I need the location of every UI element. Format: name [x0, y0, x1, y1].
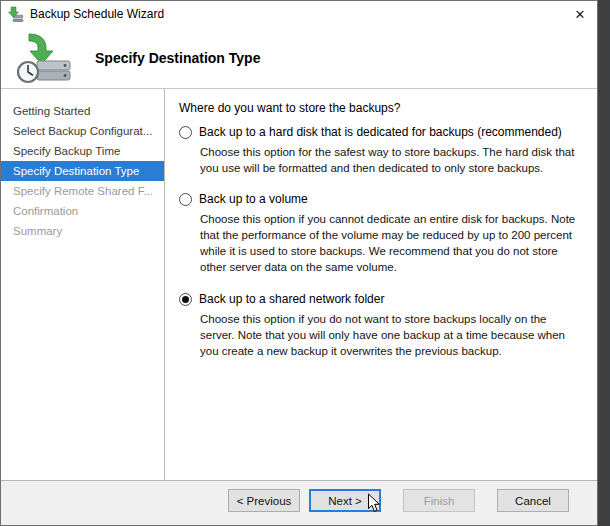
finish-button: Finish	[403, 489, 475, 512]
titlebar: Backup Schedule Wizard ✕	[1, 1, 597, 27]
sidebar-item-select-backup-configuration[interactable]: Select Backup Configurat...	[1, 121, 164, 141]
option-volume[interactable]: Back up to a volume	[179, 192, 581, 206]
backup-wizard-icon	[15, 32, 73, 84]
sidebar-item-specify-remote-shared-folder: Specify Remote Shared F...	[1, 181, 164, 201]
question-text: Where do you want to store the backups?	[179, 101, 581, 115]
previous-button[interactable]: < Previous	[228, 489, 300, 512]
sidebar-item-specify-backup-time[interactable]: Specify Backup Time	[1, 141, 164, 161]
radio-shared-network-folder[interactable]	[179, 293, 192, 306]
option-hard-disk[interactable]: Back up to a hard disk that is dedicated…	[179, 125, 581, 139]
option-shared-network-folder-description: Choose this option if you do not want to…	[200, 311, 581, 359]
cancel-button[interactable]: Cancel	[497, 489, 569, 512]
close-icon[interactable]: ✕	[563, 1, 597, 27]
option-hard-disk-label: Back up to a hard disk that is dedicated…	[199, 125, 562, 139]
sidebar-item-summary: Summary	[1, 221, 164, 241]
backup-app-icon	[8, 6, 24, 22]
wizard-footer: < Previous Next > Finish Cancel	[1, 480, 597, 525]
sidebar-item-specify-destination-type[interactable]: Specify Destination Type	[1, 161, 164, 181]
page-title: Specify Destination Type	[95, 50, 260, 66]
radio-hard-disk[interactable]	[179, 126, 192, 139]
window-title: Backup Schedule Wizard	[30, 7, 563, 21]
sidebar-item-confirmation: Confirmation	[1, 201, 164, 221]
wizard-body: Getting Started Select Backup Configurat…	[1, 89, 597, 480]
option-shared-network-folder[interactable]: Back up to a shared network folder	[179, 292, 581, 306]
screen: Backup Schedule Wizard ✕ Specify Destina…	[0, 0, 610, 526]
next-button[interactable]: Next >	[309, 489, 381, 512]
wizard-steps-sidebar: Getting Started Select Backup Configurat…	[1, 89, 165, 480]
destination-type-content: Where do you want to store the backups? …	[165, 89, 597, 480]
option-volume-label: Back up to a volume	[199, 192, 308, 206]
option-volume-description: Choose this option if you cannot dedicat…	[200, 211, 581, 275]
backup-schedule-wizard-dialog: Backup Schedule Wizard ✕ Specify Destina…	[0, 0, 598, 526]
option-shared-network-folder-label: Back up to a shared network folder	[199, 292, 384, 306]
radio-volume[interactable]	[179, 193, 192, 206]
sidebar-item-getting-started[interactable]: Getting Started	[1, 101, 164, 121]
wizard-header: Specify Destination Type	[1, 27, 597, 89]
option-hard-disk-description: Choose this option for the safest way to…	[200, 144, 581, 176]
